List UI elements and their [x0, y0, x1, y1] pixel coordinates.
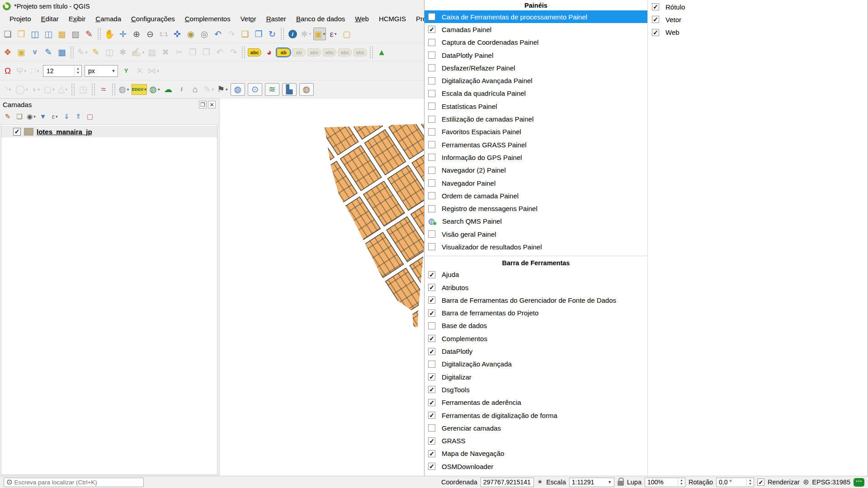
magnifier-input[interactable] [645, 479, 678, 486]
menu-banco-de-dados[interactable]: Banco de dados [291, 13, 350, 24]
layer-row[interactable]: ✓ lotes_manaira_jp [1, 126, 217, 137]
layer-list[interactable]: ✓ lotes_manaira_jp [1, 124, 217, 475]
menu-item-checkbox[interactable] [428, 64, 435, 71]
menu-item-checkbox[interactable] [428, 322, 435, 329]
menu-item-digitalização-avançada-painel[interactable]: Digitalização Avançada Painel [425, 74, 647, 87]
menu-item-ajuda[interactable]: ✓Ajuda [425, 268, 647, 281]
layer-labeling-icon[interactable]: abc [248, 48, 261, 56]
menu-web[interactable]: Web [350, 13, 374, 24]
scale-input[interactable] [570, 479, 606, 486]
menu-item-rótulo[interactable]: ✓Rótulo [648, 0, 868, 13]
menu-item-checkbox[interactable] [428, 90, 435, 97]
layer-name[interactable]: lotes_manaira_jp [37, 128, 92, 136]
menu-item-checkbox[interactable]: ✓ [428, 386, 435, 393]
crs-value[interactable]: EPSG:31985 [812, 479, 850, 486]
deselect-features-icon[interactable]: ▢ [340, 28, 353, 40]
database-tools-icon[interactable]: ◍▾ [118, 83, 130, 96]
manage-visibility-icon[interactable]: ◉▾ [26, 111, 37, 122]
menu-item-osmdownloader[interactable]: ✓OSMDownloader [425, 460, 647, 473]
zoom-to-selection-icon[interactable]: ◎ [198, 28, 211, 40]
lock-icon[interactable] [618, 481, 624, 486]
zoom-to-layer-icon[interactable]: ◉ [184, 28, 197, 40]
zoom-last-icon[interactable]: ↶ [212, 28, 224, 40]
menu-item-checkbox[interactable]: ✓ [652, 29, 659, 36]
validation-tools-icon[interactable]: ◍▾ [148, 83, 161, 96]
menu-complementos[interactable]: Complementos [180, 13, 236, 24]
menu-item-checkbox[interactable]: ✓ [428, 348, 435, 355]
chevron-down-icon[interactable]: ▼ [606, 480, 614, 484]
menu-item-base-de-dados[interactable]: Base de dados [425, 319, 647, 332]
menu-item-registro-de-menssagens-painel[interactable]: Registro de menssagens Painel [425, 202, 647, 215]
zoom-in-icon[interactable]: ⊕ [130, 28, 143, 40]
menu-item-checkbox[interactable]: ✓ [428, 399, 435, 406]
render-checkbox[interactable]: ✓ [757, 479, 764, 486]
simplify-feature-icon[interactable]: / [175, 83, 188, 96]
menu-item-checkbox[interactable] [428, 205, 435, 212]
label-tools-icon[interactable]: ⚑▾ [216, 83, 229, 96]
database-manager-icon[interactable]: ◍ [299, 83, 314, 96]
menu-item-mapa-de-navegação[interactable]: ✓Mapa de Navegação [425, 447, 647, 460]
rotation-spinbox[interactable]: ▲▼ [716, 478, 754, 487]
menu-raster[interactable]: Raster [261, 13, 291, 24]
save-project-as-icon[interactable]: ◫ [42, 28, 55, 40]
select-features-icon[interactable]: ▣▾ [313, 28, 326, 40]
menu-item-checkbox[interactable]: ✓ [428, 463, 435, 470]
dsgtools-toolbar-icon[interactable]: ▲ [375, 46, 388, 59]
menu-item-navegador-painel[interactable]: Navegador Painel [425, 177, 647, 189]
search-icon[interactable]: ⊙ [248, 83, 262, 96]
menu-item-checkbox[interactable] [428, 154, 435, 161]
menu-item-checkbox[interactable] [428, 103, 435, 110]
coordinate-input[interactable] [481, 478, 534, 487]
menu-item-caixa-de-ferramentas-de-processamento-painel[interactable]: Caixa de Ferramentas de processamento Pa… [425, 10, 647, 23]
menu-item-dataplotly-painel[interactable]: DataPlotly Painel [425, 49, 647, 61]
spin-arrows-icon[interactable]: ▲▼ [678, 479, 685, 486]
menu-item-checkbox[interactable] [428, 230, 435, 238]
menu-projeto[interactable]: Projeto [5, 13, 36, 24]
menu-item-escala-da-quadrícula-painel[interactable]: Escala da quadrícula Painel [425, 87, 647, 100]
menu-item-barra-de-ferramentas-do-gerenciador-de-fonte-de-dados[interactable]: ✓Barra de Ferramentas do Gerenciador de … [425, 294, 647, 306]
toggle-editing-icon[interactable]: ✎ [90, 46, 102, 59]
open-project-icon[interactable]: ❒ [15, 28, 28, 40]
menu-item-ferramentas-de-aderência[interactable]: ✓Ferramentas de aderência [425, 396, 647, 409]
identify-features-icon[interactable]: i [286, 28, 299, 40]
pan-to-selection-icon[interactable]: ✛ [117, 28, 129, 40]
menu-item-checkbox[interactable] [428, 192, 435, 199]
menu-item-checkbox[interactable]: ✓ [428, 412, 435, 419]
menu-item-checkbox[interactable]: ✓ [652, 16, 659, 23]
save-project-icon[interactable]: ◫ [28, 28, 41, 40]
menu-item-digitalização-avançada[interactable]: Digitalização Avançada [425, 358, 647, 371]
menu-item-estilização-de-camadas-painel[interactable]: Estilização de camadas Painel [425, 113, 647, 125]
pin-labels-icon[interactable]: ab [277, 48, 290, 56]
menu-editar[interactable]: Editar [36, 13, 64, 24]
filter-legend-icon[interactable]: ▼ [38, 111, 48, 122]
edgv-tools-icon[interactable]: EDGV▾ [132, 84, 147, 95]
menu-item-ordem-de-camada-painel[interactable]: Ordem de camada Painel [425, 189, 647, 202]
statistics-icon[interactable]: ▙ [282, 83, 297, 96]
menu-item-checkbox[interactable] [428, 13, 435, 20]
menu-item-checkbox[interactable]: ✓ [428, 373, 435, 380]
menu-item-estatísticas-painel[interactable]: Estatísticas Painel [425, 100, 647, 113]
new-project-icon[interactable]: ❏ [1, 28, 14, 40]
remove-layer-icon[interactable]: ▢ [85, 111, 95, 122]
zoom-full-icon[interactable]: ✜ [171, 28, 184, 40]
quickmapservices-icon[interactable]: ◍ [231, 83, 245, 96]
snapping-toggle-icon[interactable]: Ω [1, 65, 14, 77]
refresh-map-icon[interactable]: ↻ [266, 28, 278, 40]
menu-item-camadas-painel[interactable]: ✓Camadas Painel [425, 23, 647, 36]
menu-item-checkbox[interactable]: ✓ [428, 437, 435, 445]
menu-configurações[interactable]: Configurações [126, 13, 180, 24]
menu-item-vetor[interactable]: ✓Vetor [648, 13, 868, 26]
menu-item-visualizador-de-resultados-painel[interactable]: Visualizador de resultados Painel [425, 240, 647, 253]
menu-item-checkbox[interactable]: ✓ [652, 3, 659, 10]
osm-downloader-icon[interactable]: ☁ [162, 83, 175, 96]
menu-item-checkbox[interactable] [428, 243, 435, 250]
menu-item-digitalizar[interactable]: ✓Digitalizar [425, 371, 647, 383]
show-bookmarks-icon[interactable]: ❐ [252, 28, 265, 40]
menu-item-dsgtools[interactable]: ✓DsgTools [425, 383, 647, 396]
snapping-tolerance-spinbox[interactable]: 12▲▼ [43, 65, 82, 77]
menu-item-checkbox[interactable] [428, 39, 435, 46]
data-source-manager-icon[interactable]: ❖ [1, 46, 14, 59]
menu-item-checkbox[interactable]: ✓ [428, 335, 435, 342]
add-mesh-layer-icon[interactable]: ✎ [42, 46, 55, 59]
menu-item-web[interactable]: ✓Web [648, 26, 868, 39]
